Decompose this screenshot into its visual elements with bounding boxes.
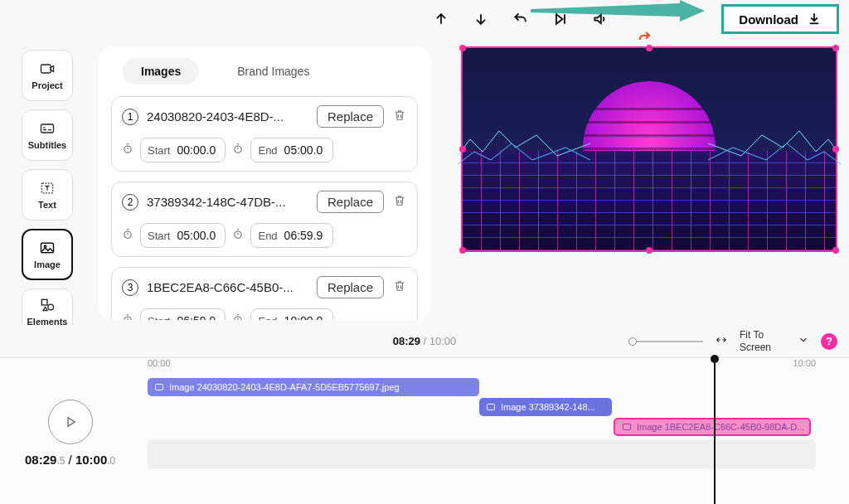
timeline: 08:29.5 / 10:00.0 00:00 10:00 Image 2403… bbox=[0, 358, 849, 504]
start-value: 06:59.9 bbox=[177, 314, 218, 320]
svg-rect-14 bbox=[156, 385, 163, 390]
item-number: 1 bbox=[122, 109, 138, 125]
resize-handle[interactable] bbox=[832, 146, 839, 153]
image-card: 3 1BEC2EA8-C66C-45B0-... Replace Start 0… bbox=[111, 267, 418, 320]
timeline-tracks[interactable]: 00:00 10:00 Image 24030820-2403-4E8D-AFA… bbox=[148, 358, 816, 496]
end-time-field[interactable]: End 05:00.0 bbox=[250, 138, 332, 162]
preview-canvas[interactable] bbox=[461, 46, 837, 252]
clip-label: Image 37389342-148... bbox=[501, 402, 595, 412]
image-icon bbox=[486, 402, 496, 412]
help-button[interactable]: ? bbox=[821, 333, 837, 350]
rail-label: Text bbox=[38, 200, 56, 210]
image-card: 2 37389342-148C-47DB-... Replace Start 0… bbox=[111, 182, 418, 257]
current-time: 08:29 bbox=[393, 335, 420, 347]
start-label: Start bbox=[148, 144, 170, 157]
image-icon bbox=[37, 240, 57, 256]
svg-point-10 bbox=[124, 231, 131, 238]
playhead[interactable] bbox=[714, 358, 716, 504]
start-label: Start bbox=[148, 315, 170, 321]
zoom-slider[interactable] bbox=[628, 341, 703, 342]
resize-handle[interactable] bbox=[459, 146, 466, 153]
svg-point-11 bbox=[235, 231, 241, 238]
trash-icon[interactable] bbox=[392, 193, 407, 211]
svg-rect-4 bbox=[41, 243, 54, 253]
shapes-icon bbox=[37, 297, 57, 313]
subtitles-icon bbox=[37, 120, 57, 137]
end-label: End bbox=[258, 144, 277, 157]
image-card: 1 24030820-2403-4E8D-... Replace Start 0… bbox=[111, 96, 418, 172]
toolbar-icons bbox=[433, 11, 609, 27]
top-toolbar: Download bbox=[0, 7, 849, 32]
rail-image[interactable]: Image bbox=[22, 229, 73, 280]
stopwatch-icon bbox=[232, 143, 244, 158]
start-time-field[interactable]: Start 00:00.0 bbox=[140, 138, 226, 162]
image-icon bbox=[154, 382, 164, 392]
replace-button[interactable]: Replace bbox=[317, 191, 384, 213]
end-time-field[interactable]: End 10:00.0 bbox=[250, 308, 332, 320]
arrow-up-icon[interactable] bbox=[433, 11, 449, 27]
rail-label: Image bbox=[34, 259, 61, 269]
timeline-time-display: 08:29.5 / 10:00.0 bbox=[25, 453, 115, 467]
play-icon bbox=[63, 414, 78, 429]
svg-rect-2 bbox=[41, 124, 54, 133]
trash-icon[interactable] bbox=[392, 279, 407, 297]
ruler-end: 10:00 bbox=[793, 358, 816, 368]
audio-track[interactable] bbox=[148, 439, 816, 469]
timeline-clip[interactable]: Image 37389342-148... bbox=[479, 398, 612, 416]
image-icon bbox=[622, 422, 632, 432]
start-time-field[interactable]: Start 05:00.0 bbox=[140, 223, 226, 248]
end-label: End bbox=[258, 230, 277, 242]
timeline-clip-selected[interactable]: Image 1BEC2EA8-C66C-45B0-98DA-D... bbox=[614, 418, 811, 436]
tab-images[interactable]: Images bbox=[123, 58, 199, 85]
total-time: 10:00 bbox=[429, 335, 457, 347]
resize-handle[interactable] bbox=[832, 45, 839, 51]
fit-to-screen-label[interactable]: Fit To Screen bbox=[740, 329, 786, 353]
rail-subtitles[interactable]: Subtitles bbox=[22, 109, 73, 161]
timeline-clip[interactable]: Image 24030820-2403-4E8D-AFA7-5D5EB57756… bbox=[148, 378, 479, 396]
start-label: Start bbox=[148, 230, 170, 242]
item-number: 2 bbox=[122, 194, 138, 211]
play-button[interactable] bbox=[48, 400, 93, 444]
time-display: 08:29 / 10:00 bbox=[393, 335, 457, 347]
rail-label: Subtitles bbox=[28, 140, 66, 150]
svg-rect-15 bbox=[488, 405, 495, 410]
stopwatch-icon bbox=[232, 313, 244, 320]
start-value: 00:00.0 bbox=[177, 143, 218, 157]
svg-point-7 bbox=[48, 304, 54, 310]
resize-handle[interactable] bbox=[646, 45, 653, 51]
svg-rect-6 bbox=[41, 299, 47, 305]
end-value: 06:59.9 bbox=[284, 229, 326, 242]
image-filename: 1BEC2EA8-C66C-45B0-... bbox=[147, 280, 308, 294]
stopwatch-icon bbox=[122, 313, 133, 320]
trash-icon[interactable] bbox=[392, 108, 407, 126]
replace-button[interactable]: Replace bbox=[317, 276, 384, 298]
fit-icon[interactable] bbox=[715, 333, 728, 350]
volume-icon[interactable] bbox=[592, 11, 609, 27]
resize-handle[interactable] bbox=[832, 247, 839, 254]
item-number: 3 bbox=[122, 279, 138, 296]
end-time-field[interactable]: End 06:59.9 bbox=[250, 223, 332, 248]
panel-tabs: Images Brand Images bbox=[111, 58, 418, 85]
ruler-start: 00:00 bbox=[148, 358, 171, 368]
preview-mountain-graphic bbox=[458, 123, 590, 172]
chevron-down-icon[interactable] bbox=[798, 334, 809, 349]
undo-icon[interactable] bbox=[512, 11, 529, 27]
image-filename: 37389342-148C-47DB-... bbox=[147, 195, 308, 209]
replace-button[interactable]: Replace bbox=[317, 105, 384, 128]
resize-handle[interactable] bbox=[459, 247, 466, 254]
download-icon bbox=[807, 12, 822, 27]
start-time-field[interactable]: Start 06:59.9 bbox=[140, 308, 226, 320]
download-label: Download bbox=[739, 12, 798, 27]
resize-handle[interactable] bbox=[646, 247, 653, 254]
resize-handle[interactable] bbox=[459, 45, 466, 51]
download-button[interactable]: Download bbox=[721, 4, 839, 34]
svg-rect-16 bbox=[623, 424, 631, 430]
tab-brand-images[interactable]: Brand Images bbox=[219, 58, 327, 85]
skip-icon[interactable] bbox=[552, 11, 569, 27]
image-filename: 24030820-2403-4E8D-... bbox=[147, 109, 308, 124]
stopwatch-icon bbox=[122, 228, 133, 243]
rail-text[interactable]: Text bbox=[22, 169, 73, 220]
arrow-down-icon[interactable] bbox=[473, 11, 489, 27]
end-value: 05:00.0 bbox=[284, 143, 326, 157]
rail-project[interactable]: Project bbox=[22, 50, 73, 101]
